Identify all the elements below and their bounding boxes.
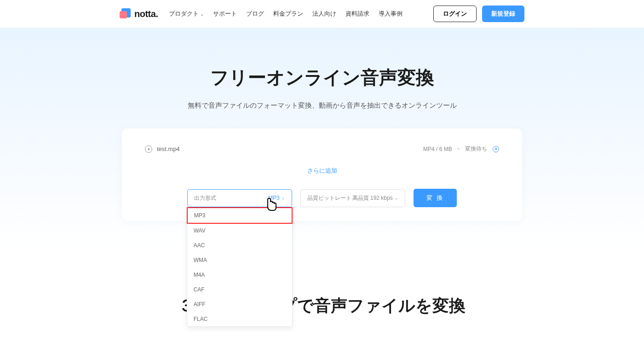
remove-file-icon[interactable]: ✕ <box>493 146 499 152</box>
convert-button[interactable]: 変 換 <box>414 189 457 207</box>
logo-icon <box>120 8 131 19</box>
nav-business[interactable]: 法人向け <box>312 10 336 18</box>
main-nav: プロダクト ⌄ サポート ブログ 料金プラン 法人向け 資料請求 導入事例 <box>169 10 433 18</box>
nav-product[interactable]: プロダクト ⌄ <box>169 10 204 18</box>
format-option-caf[interactable]: CAF <box>187 282 292 297</box>
file-info-left: test.mp4 <box>145 145 180 153</box>
file-status: 変換待ち <box>465 145 487 153</box>
format-option-m4a[interactable]: M4A <box>187 267 292 282</box>
bitrate-value: 高品質 192 kbps ⌄ <box>352 194 398 202</box>
format-option-wav[interactable]: WAV <box>187 223 292 238</box>
separator: • <box>458 146 460 152</box>
hero-section: フリーオンライン音声変換 無料で音声ファイルのフォーマット変換、動画から音声を抽… <box>0 28 644 249</box>
login-button[interactable]: ログイン <box>433 6 477 22</box>
format-option-aac[interactable]: AAC <box>187 238 292 253</box>
format-option-aiff[interactable]: AIFF <box>187 297 292 312</box>
converter-card: test.mp4 MP4 / 6 MB • 変換待ち ✕ さらに追加 出力形式 … <box>122 128 522 221</box>
logo[interactable]: notta. <box>120 8 158 19</box>
nav-cases[interactable]: 導入事例 <box>379 10 402 18</box>
nav-docs[interactable]: 資料請求 <box>345 10 369 18</box>
chevron-down-icon: ⌄ <box>395 196 398 200</box>
nav-support[interactable]: サポート <box>213 10 237 18</box>
auth-buttons: ログイン 新規登録 <box>433 6 524 22</box>
play-icon[interactable] <box>145 145 152 153</box>
signup-button[interactable]: 新規登録 <box>482 6 524 22</box>
add-more-link[interactable]: さらに追加 <box>145 156 499 189</box>
controls-row: 出力形式 MP3 ⌄ MP3 WAV AAC WMA M4A CAF AIFF … <box>145 189 499 207</box>
nav-blog[interactable]: ブログ <box>246 10 264 18</box>
bitrate-select[interactable]: 品質ビットレート 高品質 192 kbps ⌄ <box>300 189 405 207</box>
nav-pricing[interactable]: 料金プラン <box>273 10 303 18</box>
page-title: フリーオンライン音声変換 <box>0 65 644 90</box>
file-row: test.mp4 MP4 / 6 MB • 変換待ち ✕ <box>145 142 499 156</box>
format-label: 出力形式 <box>194 194 216 202</box>
format-option-flac[interactable]: FLAC <box>187 312 292 326</box>
page-subtitle: 無料で音声ファイルのフォーマット変換、動画から音声を抽出できるオンラインツール <box>0 101 644 110</box>
file-format: MP4 / 6 MB <box>423 146 452 152</box>
steps-title: ３つのステップで音声ファイルを変換 <box>0 295 644 317</box>
chevron-down-icon: ⌄ <box>200 12 204 17</box>
chevron-down-icon: ⌄ <box>282 196 285 200</box>
format-option-mp3[interactable]: MP3 <box>187 207 293 224</box>
steps-section: ３つのステップで音声ファイルを変換 <box>0 249 644 337</box>
file-name: test.mp4 <box>157 145 180 152</box>
format-select[interactable]: 出力形式 MP3 ⌄ <box>187 189 292 207</box>
format-value: MP3 ⌄ <box>268 195 285 201</box>
file-info-right: MP4 / 6 MB • 変換待ち ✕ <box>423 145 499 153</box>
logo-text: notta. <box>134 9 158 19</box>
format-dropdown: MP3 WAV AAC WMA M4A CAF AIFF FLAC <box>187 207 293 327</box>
header: notta. プロダクト ⌄ サポート ブログ 料金プラン 法人向け 資料請求 … <box>0 0 644 28</box>
bitrate-label: 品質ビットレート <box>307 194 351 202</box>
format-option-wma[interactable]: WMA <box>187 253 292 267</box>
